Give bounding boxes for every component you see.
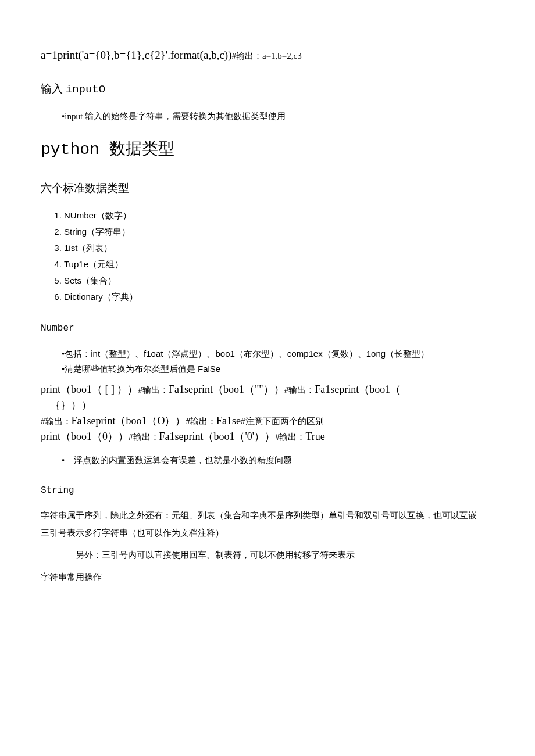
title-cn: 数据类型: [109, 139, 174, 157]
code: print（boo1（0））: [41, 431, 129, 442]
code-output-comment: #输出：a=1,b=2,c3: [231, 51, 301, 60]
float-note-list: 浮点数的内置函数运算会有误差，也就是小数的精度问题: [62, 453, 494, 467]
note-en: int（整型）、f1oat（浮点型）、boo1（布尔型）、comp1ex（复数）…: [91, 349, 429, 359]
title-mono: python: [41, 141, 109, 159]
page-title: python 数据类型: [41, 136, 494, 163]
bool-line-1: print（boo1（ [ ] ））#输出：Fa1seprint（boo1（""…: [41, 382, 494, 397]
type-en: Dictionary: [64, 292, 103, 302]
type-en: String: [64, 227, 87, 237]
float-note: 浮点数的内置函数运算会有误差，也就是小数的精度问题: [62, 453, 494, 467]
type-cn: （集合）: [81, 276, 116, 285]
code: True: [305, 431, 324, 442]
list-item: Dictionary（字典）: [64, 289, 494, 305]
number-note-1: •包括：int（整型）、f1oat（浮点型）、boo1（布尔型）、comp1ex…: [62, 347, 494, 361]
type-en: Sets: [64, 275, 81, 285]
list-item: String（字符串）: [64, 224, 494, 240]
code: Fa1seprint（boo1（'0'））: [159, 431, 275, 442]
bool-line-3: #输出：Fa1seprint（boo1（O））#输出：Fa1se#注意下面两个的…: [41, 413, 494, 429]
type-en: NUmber: [64, 210, 97, 220]
code: Fa1seprint（boo1（""））: [169, 384, 284, 395]
input-heading: 输入 inputO: [41, 80, 494, 98]
type-cn: （字典）: [103, 292, 138, 302]
input-note: •input 输入的始终是字符串，需要转换为其他数据类型使用: [62, 109, 494, 123]
type-cn: （数字）: [97, 211, 131, 220]
list-item: Tup1e（元组）: [64, 256, 494, 273]
six-types-heading: 六个标准数据类型: [41, 180, 494, 197]
bool-code-block: print（boo1（ [ ] ））#输出：Fa1seprint（boo1（""…: [41, 382, 494, 445]
type-cn: （元组）: [88, 260, 123, 269]
type-cn: （列表）: [77, 243, 112, 253]
out-label: #输出：: [284, 385, 315, 395]
out-label: #输出：: [129, 432, 159, 442]
code: ｛｝））: [50, 399, 92, 411]
note-cn: •包括：: [62, 349, 91, 359]
number-notes: •包括：int（整型）、f1oat（浮点型）、boo1（布尔型）、comp1ex…: [62, 347, 494, 376]
six-types-list: NUmber（数字） String（字符串） 1ist（列表） Tup1e（元组…: [50, 207, 494, 305]
string-ops-heading: 字符串常用操作: [41, 570, 494, 584]
note-cn: •清楚哪些值转换为布尔类型后值是: [62, 364, 198, 374]
code: print（boo1（ [ ] ））: [41, 384, 138, 395]
list-item: Sets（集合）: [64, 273, 494, 289]
type-en: 1ist: [64, 243, 77, 253]
bool-line-4: print（boo1（0））#输出：Fa1seprint（boo1（'0'））#…: [41, 429, 494, 445]
type-en: Tup1e: [64, 259, 88, 269]
code: Fa1seprint（boo1（O））: [72, 415, 186, 427]
out-label: #输出：: [186, 417, 217, 426]
out-label: #输出：: [275, 432, 306, 442]
out-label: #输出：: [138, 385, 169, 395]
list-item: 1ist（列表）: [64, 240, 494, 256]
number-note-2: •清楚哪些值转换为布尔类型后值是 FalSe: [62, 362, 494, 376]
string-para-1: 字符串属于序列，除此之外还有：元组、列表（集合和字典不是序列类型）单引号和双引号…: [41, 508, 494, 522]
code: Fa1se: [216, 415, 241, 427]
input-mono: inputO: [66, 83, 105, 96]
string-para-3: 另外：三引号内可以直接使用回车、制表符，可以不使用转移字符来表示: [76, 548, 494, 562]
code-format-example: a=1print('a={0},b={1},c{2}'.format(a,b,c…: [41, 46, 494, 64]
input-prefix: 输入: [41, 83, 66, 95]
number-heading: Number: [41, 321, 494, 336]
note-false: FalSe: [198, 364, 220, 374]
string-para-2: 三引号表示多行字符串（也可以作为文档注释）: [41, 526, 494, 540]
code-text: a=1print('a={0},b={1},c{2}'.format(a,b,c…: [41, 49, 231, 61]
bool-line-2: ｛｝））: [41, 397, 494, 413]
string-heading: String: [41, 483, 494, 499]
input-note-block: •input 输入的始终是字符串，需要转换为其他数据类型使用: [62, 109, 494, 123]
comment: #注意下面两个的区别: [241, 417, 324, 426]
type-cn: （字符串）: [87, 227, 130, 237]
out-label: #输出：: [41, 417, 72, 426]
code: Fa1seprint（boo1（: [315, 384, 401, 395]
list-item: NUmber（数字）: [64, 207, 494, 224]
